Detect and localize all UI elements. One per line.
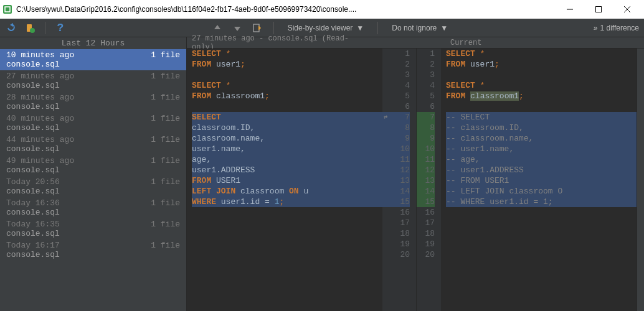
history-count: 1 file [151, 50, 180, 60]
right-code-pane[interactable]: SELECT * FROM user1; SELECT * FROM class… [441, 49, 637, 311]
history-count: 1 file [151, 93, 180, 102]
history-item[interactable]: 49 minutes ago1 fileconsole.sql [0, 155, 186, 176]
app-icon [2, 4, 12, 14]
history-item[interactable]: Today 20:561 fileconsole.sql [0, 176, 186, 197]
sidebar-header: Last 12 Hours [0, 37, 186, 49]
chevron-down-icon: ▼ [440, 24, 448, 32]
svg-rect-2 [596, 7, 602, 12]
history-file: console.sql [6, 208, 180, 217]
history-count: 1 file [151, 72, 180, 81]
history-file: console.sql [6, 102, 180, 111]
svg-rect-7 [253, 24, 259, 32]
viewer-mode-label: Side-by-side viewer [288, 24, 353, 32]
history-count: 1 file [151, 114, 180, 123]
window-title: C:\Users\ywu\.DataGrip2016.2\config\cons… [16, 5, 556, 14]
history-count: 1 file [151, 198, 180, 208]
history-count: 1 file [151, 135, 180, 144]
history-time: Today 16:35 [6, 220, 60, 229]
minimize-button[interactable] [556, 0, 584, 19]
history-count: 1 file [151, 220, 180, 229]
viewer-mode-dropdown[interactable]: Side-by-side viewer ▼ [284, 22, 368, 34]
help-icon[interactable]: ? [54, 22, 67, 34]
diff-count: » 1 difference [594, 24, 639, 32]
history-time: 44 minutes ago [6, 135, 74, 144]
close-button[interactable] [613, 0, 642, 19]
history-time: 10 minutes ago [6, 50, 74, 60]
history-time: 27 minutes ago [6, 72, 74, 81]
history-file: console.sql [6, 81, 180, 90]
history-time: Today 16:36 [6, 198, 60, 208]
history-item[interactable]: Today 16:361 fileconsole.sql [0, 197, 186, 218]
expand-icon[interactable]: » [594, 24, 598, 32]
history-file: console.sql [6, 250, 180, 259]
apply-right-icon[interactable]: ⇄ [382, 112, 391, 123]
svg-point-6 [30, 28, 35, 33]
history-item[interactable]: Today 16:171 fileconsole.sql [0, 239, 186, 261]
titlebar: C:\Users\ywu\.DataGrip2016.2\config\cons… [0, 0, 644, 19]
chevron-down-icon: ▼ [356, 24, 364, 32]
edit-icon[interactable] [251, 22, 263, 34]
history-time: 40 minutes ago [6, 114, 74, 123]
history-sidebar: Last 12 Hours 10 minutes ago1 fileconsol… [0, 37, 187, 311]
revert-icon[interactable] [5, 22, 17, 34]
gutter: ⇄ 1234567891011121314151617181920 123456… [382, 49, 441, 311]
history-time: 28 minutes ago [6, 93, 74, 102]
history-file: console.sql [6, 187, 180, 196]
history-count: 1 file [151, 177, 180, 187]
history-time: 49 minutes ago [6, 156, 74, 165]
history-time: Today 20:56 [6, 177, 60, 187]
left-code-pane[interactable]: SELECT * FROM user1; SELECT * FROM class… [187, 49, 382, 311]
history-item[interactable]: 27 minutes ago1 fileconsole.sql [0, 70, 186, 91]
ignore-mode-dropdown[interactable]: Do not ignore ▼ [388, 22, 452, 34]
scrollbar[interactable] [637, 49, 644, 311]
history-item[interactable]: 28 minutes ago1 fileconsole.sql [0, 91, 186, 113]
history-file: console.sql [6, 60, 180, 69]
maximize-button[interactable] [584, 0, 613, 19]
arrow-up-icon[interactable] [211, 22, 224, 34]
history-file: console.sql [6, 229, 180, 238]
history-file: console.sql [6, 144, 180, 154]
history-count: 1 file [151, 241, 180, 250]
right-pane-title: Current [369, 39, 481, 47]
history-count: 1 file [151, 156, 180, 165]
history-file: console.sql [6, 123, 180, 132]
history-item[interactable]: 40 minutes ago1 fileconsole.sql [0, 113, 186, 134]
history-item[interactable]: Today 16:351 fileconsole.sql [0, 218, 186, 239]
arrow-down-icon[interactable] [231, 22, 244, 34]
history-file: console.sql [6, 165, 180, 175]
history-time: Today 16:17 [6, 241, 60, 250]
ignore-mode-label: Do not ignore [392, 24, 437, 32]
svg-rect-0 [3, 5, 12, 14]
history-item[interactable]: 10 minutes ago1 fileconsole.sql [0, 49, 186, 70]
restore-icon[interactable] [24, 22, 36, 34]
history-item[interactable]: 44 minutes ago1 fileconsole.sql [0, 134, 186, 155]
